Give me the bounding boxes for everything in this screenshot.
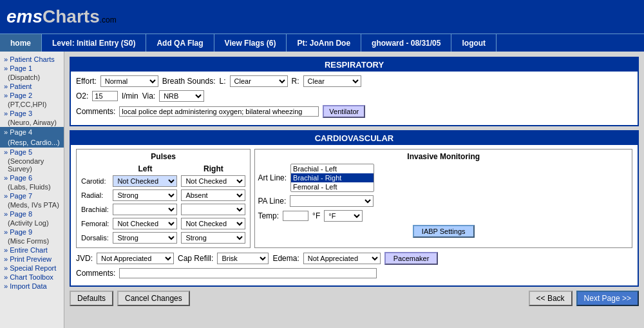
- sidebar-page3[interactable]: » Page 3: [0, 109, 64, 118]
- sidebar-page2[interactable]: » Page 2: [0, 91, 64, 100]
- sidebar-entire-chart[interactable]: » Entire Chart: [0, 246, 64, 255]
- th-empty: [79, 164, 111, 174]
- sidebar-patient[interactable]: » Patient: [0, 82, 64, 91]
- sidebar-import-data[interactable]: » Import Data: [0, 282, 64, 291]
- brachial-label: Brachial:: [79, 202, 111, 217]
- nav-view-flags[interactable]: View Flags (6): [214, 34, 287, 52]
- pulses-section: Pulses Left Right: [76, 149, 251, 248]
- sidebar-page5-sub[interactable]: (Secondary Survey): [0, 157, 64, 173]
- femoral-row: Femoral: Not Checked Strong Absent: [79, 217, 247, 231]
- cap-refill-select[interactable]: Brisk Delayed Absent: [217, 253, 269, 264]
- next-button[interactable]: Next Page >>: [576, 291, 639, 306]
- nav-home[interactable]: home: [0, 34, 42, 52]
- right-breath-label: R:: [292, 77, 299, 86]
- dorsalis-right-select[interactable]: Not Checked Strong Absent: [181, 232, 245, 244]
- th-right: Right: [179, 164, 247, 174]
- temp-unit: °F: [312, 211, 320, 220]
- sidebar-page8[interactable]: » Page 8: [0, 209, 64, 218]
- effort-select[interactable]: Normal Labored Agonal Apneic: [100, 75, 158, 87]
- sidebar: » Patient Charts » Page 1 (Dispatch) » P…: [0, 52, 64, 328]
- iabp-button[interactable]: IABP Settings: [413, 225, 475, 238]
- sidebar-page4-sub[interactable]: (Resp, Cardio...): [0, 137, 64, 148]
- o2-label: O2:: [76, 92, 88, 101]
- sidebar-page7[interactable]: » Page 7: [0, 191, 64, 200]
- femoral-left-cell: Not Checked Strong Absent: [111, 217, 179, 231]
- sidebar-page4[interactable]: » Page 4: [0, 127, 64, 137]
- edema-select[interactable]: Not Appreciated Appreciated Pitting: [303, 253, 381, 264]
- carotid-right-cell: Not Checked Strong Absent: [179, 174, 247, 188]
- sidebar-page1-sub[interactable]: (Dispatch): [0, 73, 64, 82]
- sidebar-special-report[interactable]: » Special Report: [0, 264, 64, 273]
- cardio-layout: Pulses Left Right: [76, 149, 632, 248]
- radial-row: Radial: Not Checked Strong Absent: [79, 188, 247, 202]
- respiratory-row2: O2: l/min Via: NRB NC Mask BVM: [76, 90, 632, 102]
- sidebar-page7-sub[interactable]: (Meds, IVs PTA): [0, 200, 64, 209]
- cardiovascular-body: Pulses Left Right: [71, 145, 638, 285]
- breath-left-select[interactable]: Clear Wheezes Crackles: [230, 75, 288, 87]
- via-select[interactable]: NRB NC Mask BVM: [159, 90, 204, 102]
- sidebar-page9-sub[interactable]: (Misc Forms): [0, 236, 64, 246]
- radial-left-select[interactable]: Not Checked Strong Absent: [113, 189, 177, 201]
- sidebar-print-preview[interactable]: » Print Preview: [0, 255, 64, 264]
- cancel-button[interactable]: Cancel Changes: [117, 291, 190, 306]
- cardio-comments-row: Comments:: [76, 268, 632, 278]
- carotid-left-cell: Not Checked Strong Absent Weak: [111, 174, 179, 188]
- pulses-title: Pulses: [79, 152, 247, 161]
- jvd-row: JVD: Not Appreciated Appreciated Distend…: [76, 252, 632, 265]
- iabp-row: IABP Settings: [258, 225, 629, 238]
- radial-left-cell: Not Checked Strong Absent: [111, 188, 179, 202]
- carotid-right-select[interactable]: Not Checked Strong Absent: [181, 175, 245, 187]
- pulses-table: Left Right Carotid: Not Checked: [79, 164, 247, 245]
- sidebar-page6[interactable]: » Page 6: [0, 173, 64, 182]
- nav-user-date: ghoward - 08/31/05: [361, 34, 451, 52]
- art-line-select[interactable]: Brachial - Left Brachial - Right Femoral…: [290, 164, 374, 192]
- main-layout: » Patient Charts » Page 1 (Dispatch) » P…: [0, 52, 644, 328]
- art-line-row: Art Line: Brachial - Left Brachial - Rig…: [258, 164, 629, 192]
- sidebar-page8-sub[interactable]: (Activity Log): [0, 218, 64, 227]
- nav-add-qa[interactable]: Add QA Flag: [146, 34, 214, 52]
- dorsalis-row: Dorsalis: Not Checked Strong Absent: [79, 231, 247, 245]
- pacemaker-button[interactable]: Pacemaker: [384, 252, 439, 265]
- sidebar-page5[interactable]: » Page 5: [0, 148, 64, 157]
- sidebar-page3-sub[interactable]: (Neuro, Airway): [0, 118, 64, 127]
- jvd-select[interactable]: Not Appreciated Appreciated Distended: [97, 253, 174, 264]
- jvd-label: JVD:: [76, 254, 93, 263]
- sidebar-page6-sub[interactable]: (Labs, Fluids): [0, 182, 64, 191]
- resp-comments-label: Comments:: [76, 107, 115, 116]
- dorsalis-left-select[interactable]: Not Checked Strong Absent: [113, 232, 177, 244]
- pa-line-label: PA Line:: [258, 197, 286, 206]
- brachial-row: Brachial: Not Checked Strong: [79, 202, 247, 217]
- femoral-right-select[interactable]: Not Checked Strong Absent: [181, 218, 245, 229]
- radial-right-select[interactable]: Not Checked Strong Absent: [181, 189, 245, 201]
- sidebar-page1[interactable]: » Page 1: [0, 64, 64, 73]
- back-button[interactable]: << Back: [529, 291, 573, 306]
- footer-buttons: Defaults Cancel Changes << Back Next Pag…: [70, 291, 639, 306]
- brachial-right-select[interactable]: Not Checked Strong: [181, 204, 245, 215]
- edema-label: Edema:: [272, 254, 299, 263]
- brachial-left-select[interactable]: Not Checked Strong: [113, 204, 177, 215]
- logo-charts: Charts: [43, 6, 100, 27]
- pa-line-select[interactable]: [290, 195, 374, 207]
- cardiovascular-title: CARDIOVASCULAR: [71, 131, 638, 145]
- sidebar-patient-charts[interactable]: » Patient Charts: [0, 55, 64, 64]
- defaults-button[interactable]: Defaults: [70, 291, 113, 306]
- ventilator-button[interactable]: Ventilator: [323, 105, 365, 118]
- th-left: Left: [111, 164, 179, 174]
- cardio-comments-input[interactable]: [119, 268, 377, 278]
- femoral-left-select[interactable]: Not Checked Strong Absent: [113, 218, 177, 229]
- sidebar-page9[interactable]: » Page 9: [0, 227, 64, 236]
- breath-right-select[interactable]: Clear Wheezes: [303, 75, 361, 87]
- radial-right-cell: Not Checked Strong Absent: [179, 188, 247, 202]
- o2-input[interactable]: [92, 91, 118, 101]
- brachial-right-cell: Not Checked Strong: [179, 202, 247, 217]
- temp-input[interactable]: [283, 211, 308, 221]
- resp-comments-input[interactable]: [119, 106, 319, 117]
- temp-unit-select[interactable]: °F °C: [324, 210, 363, 222]
- sidebar-chart-toolbox[interactable]: » Chart Toolbox: [0, 273, 64, 282]
- radial-label: Radial:: [79, 188, 111, 202]
- cardio-comments-label: Comments:: [76, 269, 115, 278]
- nav-logout[interactable]: logout: [451, 34, 497, 52]
- carotid-left-select[interactable]: Not Checked Strong Absent Weak: [113, 175, 177, 187]
- sidebar-page2-sub[interactable]: (PT,CC,HPI): [0, 100, 64, 109]
- logo-ems: ems: [6, 6, 43, 27]
